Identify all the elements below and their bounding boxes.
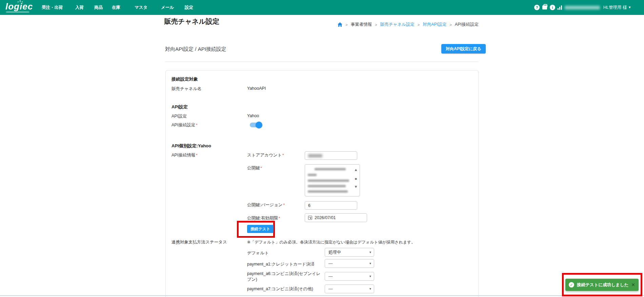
key-version-input[interactable]	[305, 201, 357, 210]
key-expiry-date-input[interactable]: 2026/07/01	[305, 213, 367, 222]
nav-item-orders-shipping[interactable]: 受注・出荷	[42, 0, 63, 15]
breadcrumb: > 事業者情報 > 販売チャネル設定 > 対向API設定 > API接続設定	[336, 22, 479, 27]
masked-public-key-text	[308, 190, 348, 193]
shopping-bag-icon[interactable]	[542, 5, 547, 9]
connection-info-label: API接続情報*	[172, 152, 197, 158]
payment-a1-select[interactable]: --- ▾	[325, 259, 374, 268]
breadcrumb-item-sales-channel[interactable]: 販売チャネル設定	[380, 22, 415, 27]
logo-sparkle-icon	[20, 1, 21, 2]
required-mark: *	[282, 153, 284, 157]
scroll-thumb-icon[interactable]: ●	[353, 176, 359, 181]
api-section-heading: API設定	[172, 104, 188, 110]
breadcrumb-separator: >	[418, 23, 420, 27]
store-account-label: ストアアカウント*	[247, 152, 284, 158]
required-mark: *	[279, 216, 280, 220]
public-key-textarea[interactable]: ▲ ● ▼	[305, 164, 360, 196]
masked-public-key-text	[315, 168, 346, 170]
textarea-scrollbar[interactable]: ▲ ● ▼	[353, 167, 359, 194]
breadcrumb-separator: >	[449, 23, 451, 27]
channel-name-label: 販売チャネル名	[172, 86, 202, 92]
payment-row-a7-label: payment_a7:コンビニ決済(その他)	[247, 286, 322, 292]
masked-public-key-text	[308, 179, 349, 182]
select-caret-icon: ▾	[369, 259, 371, 268]
api-connection-toggle-label: API接続設定*	[172, 122, 197, 128]
nav-item-inventory[interactable]: 在庫	[112, 0, 120, 15]
success-toast: ✓ 接続テストに成功しました ✕	[565, 279, 639, 291]
api-setting-value: Yahoo	[247, 113, 259, 118]
page-bottom-divider	[0, 295, 644, 296]
breadcrumb-separator: >	[345, 23, 347, 27]
breadcrumb-item-api-connection: API接続設定	[455, 22, 479, 27]
scroll-down-icon[interactable]: ▼	[353, 185, 359, 189]
close-icon[interactable]: ✕	[631, 282, 635, 288]
back-to-api-settings-button[interactable]: 対向API設定に戻る	[441, 44, 486, 54]
breadcrumb-item-business-info: 事業者情報	[351, 22, 372, 27]
required-mark: *	[196, 153, 197, 157]
channel-name-value: YahooAPI	[247, 86, 266, 91]
nav-item-mail[interactable]: メール	[161, 0, 174, 15]
nav-item-products[interactable]: 商品	[94, 0, 103, 15]
key-version-label: 公開鍵:バージョン*	[247, 202, 285, 208]
individual-section-heading: API個別設定:Yahoo	[172, 143, 211, 149]
masked-public-key-text	[308, 185, 346, 187]
chevron-down-icon[interactable]: ▾	[629, 0, 631, 15]
payment-row-a6-label: payment_a6:コンビニ決済(セブンイレブン)	[247, 271, 322, 282]
toast-message: 接続テストに成功しました	[577, 282, 628, 288]
select-caret-icon: ▾	[369, 272, 371, 280]
api-connection-toggle[interactable]	[250, 123, 261, 127]
home-icon[interactable]	[338, 22, 342, 27]
masked-public-key-text	[308, 174, 317, 176]
page-title: 販売チャネル設定	[164, 17, 219, 26]
stats-bars-icon[interactable]	[558, 5, 563, 10]
scroll-up-icon[interactable]: ▲	[353, 168, 359, 172]
key-expiry-label: 公開鍵:有効期限*	[247, 215, 280, 221]
payment-status-label: 連携対象支払方法ステータス	[172, 239, 227, 245]
nav-item-settings[interactable]: 設定	[185, 0, 193, 15]
calendar-icon[interactable]	[308, 216, 312, 220]
required-mark: *	[196, 123, 197, 127]
toggle-knob	[256, 122, 262, 128]
payment-a7-select[interactable]: --- ▾	[325, 284, 374, 293]
masked-store-account-value	[308, 154, 322, 157]
required-mark: *	[283, 203, 285, 207]
public-key-label: 公開鍵*	[247, 165, 262, 171]
api-connection-form-card: 接続設定対象 販売チャネル名 YahooAPI API設定 API設定 Yaho…	[165, 70, 479, 297]
key-expiry-value: 2026/07/01	[315, 215, 336, 220]
masked-account-id	[565, 6, 600, 9]
api-setting-label: API設定	[172, 113, 187, 119]
payment-a6-select[interactable]: --- ▾	[325, 272, 374, 281]
logiec-logo[interactable]: logiec	[5, 1, 33, 12]
required-mark: *	[261, 166, 262, 170]
select-caret-icon: ▾	[369, 248, 371, 256]
user-menu[interactable]: HL管理用 様	[603, 0, 627, 15]
payment-status-note: ※「デフォルト」のみ必須。各決済方法に指定がない場合はデフォルト値が採用されます…	[247, 239, 415, 245]
target-section-heading: 接続設定対象	[172, 76, 198, 82]
breadcrumb-separator: >	[375, 23, 377, 27]
payment-row-default-label: デフォルト	[247, 250, 322, 256]
logo-tagline	[6, 12, 29, 13]
payment-default-select[interactable]: 処理中 ▾	[325, 248, 374, 257]
top-nav-bar: logiec 受注・出荷 入荷 商品 在庫 マスタ メール 設定 ? i HL管…	[0, 0, 644, 15]
section-divider	[165, 62, 479, 62]
section-title: 対向API設定 / API接続設定	[165, 46, 226, 52]
breadcrumb-item-opposite-api[interactable]: 対向API設定	[423, 22, 446, 27]
help-icon[interactable]: ?	[534, 5, 540, 10]
connection-test-button[interactable]: 接続テスト	[247, 225, 274, 233]
page: logiec 受注・出荷 入荷 商品 在庫 マスタ メール 設定 ? i HL管…	[0, 0, 644, 297]
info-icon[interactable]: i	[550, 5, 555, 10]
nav-item-master[interactable]: マスタ	[135, 0, 147, 15]
check-circle-icon: ✓	[569, 282, 574, 288]
payment-row-a1-label: payment_a1:クレジットカード決済	[247, 261, 322, 267]
select-caret-icon: ▾	[369, 285, 371, 293]
nav-item-receiving[interactable]: 入荷	[75, 0, 84, 15]
